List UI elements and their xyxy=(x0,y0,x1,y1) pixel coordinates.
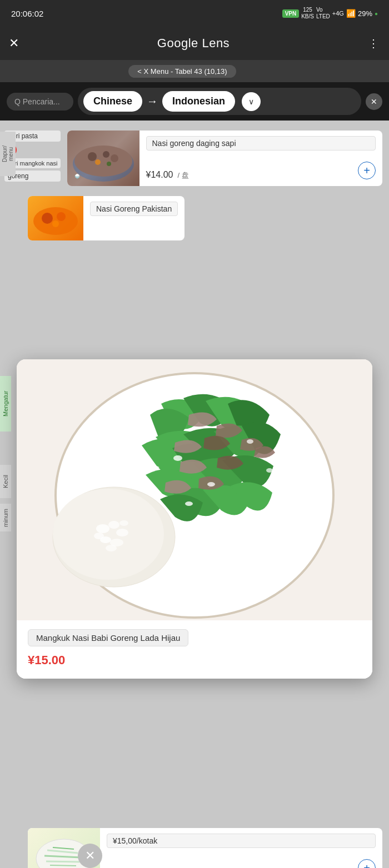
main-content: Seri pasta 1 Seri mangkok nasi goreng xyxy=(0,121,389,868)
lens-header: ✕ Google Lens ⋮ xyxy=(0,27,389,60)
svg-point-11 xyxy=(52,220,59,227)
item-info-2: Nasi Goreng Pakistan xyxy=(83,196,184,240)
status-icons: VPN 125KB/S VoLTED +4G 📶 29% ● xyxy=(282,7,378,20)
svg-point-2 xyxy=(88,152,97,161)
svg-point-18 xyxy=(116,529,128,536)
overlay-food-image xyxy=(17,359,372,620)
partial-item-row: Nasi Goreng Pakistan xyxy=(28,196,382,246)
sidebar-drink: minum xyxy=(0,504,11,531)
item-info-1: Nasi goreng daging sapi ¥14.00 / 盘 xyxy=(139,131,383,186)
svg-point-3 xyxy=(103,151,109,158)
item-name-2: Nasi Goreng Pakistan xyxy=(90,202,178,216)
svg-point-1 xyxy=(74,145,132,177)
battery: 29% xyxy=(358,9,372,18)
fried-rice-svg: 🍚 xyxy=(70,133,137,183)
item-section-1: 🍚 Nasi goreng daging sapi ¥14.00 / 盘 + xyxy=(64,126,390,196)
svg-point-25 xyxy=(247,439,253,444)
network-gen: +4G xyxy=(332,10,344,17)
svg-point-28 xyxy=(185,501,193,506)
tab-bar: < X Menu - Tabel 43 (10,13) xyxy=(0,60,389,82)
svg-line-32 xyxy=(46,861,79,862)
svg-point-4 xyxy=(111,154,118,162)
sidebar-settings[interactable]: Mengatur xyxy=(0,376,11,432)
pakistan-rice-svg xyxy=(31,199,81,238)
search-placeholder: Q Pencaria... xyxy=(14,97,60,106)
sidebar-category: Dapur/menu xyxy=(0,132,16,176)
below-overlay-section: ¥15,00/kotak + ✕ xyxy=(0,824,389,868)
svg-point-21 xyxy=(94,533,104,539)
svg-point-24 xyxy=(173,455,182,461)
circle-close-button[interactable]: ✕ xyxy=(78,844,102,868)
svg-point-6 xyxy=(107,162,111,166)
menu-item-2: Nasi Goreng Pakistan xyxy=(28,196,184,240)
menu-item-1: 🍚 Nasi goreng daging sapi ¥14.00 / 盘 + xyxy=(67,131,383,186)
overlay-item-price: ¥15.00 xyxy=(28,653,361,668)
add-button-1[interactable]: + xyxy=(358,162,376,179)
source-language[interactable]: Chinese xyxy=(83,91,142,112)
app-title: Google Lens xyxy=(157,36,230,51)
svg-point-22 xyxy=(119,520,128,526)
network-type: VoLTED xyxy=(316,7,330,20)
dropdown-button[interactable]: ∨ xyxy=(242,92,261,111)
overlay-item-name: Mangkuk Nasi Babi Goreng Lada Hijau xyxy=(28,629,188,646)
speed: 125KB/S xyxy=(301,7,314,20)
svg-point-27 xyxy=(266,468,273,473)
item-name-1: Nasi goreng daging sapi xyxy=(146,136,376,150)
signal-icon: 📶 xyxy=(346,9,356,18)
svg-point-9 xyxy=(42,213,53,224)
tab-label[interactable]: < X Menu - Tabel 43 (10,13) xyxy=(128,65,236,78)
svg-line-33 xyxy=(50,865,76,866)
svg-point-5 xyxy=(95,159,101,165)
svg-point-26 xyxy=(207,482,215,486)
item-unit-1: / 盘 xyxy=(177,170,188,180)
time: 20:06:02 xyxy=(11,9,43,18)
vpn-badge: VPN xyxy=(282,9,300,18)
more-button[interactable]: ⋮ xyxy=(368,37,380,50)
food-image-2 xyxy=(28,196,83,240)
svg-point-10 xyxy=(57,212,66,221)
search-box[interactable]: Q Pencaria... xyxy=(7,93,73,111)
pepper-dish-svg xyxy=(17,359,372,620)
sidebar-left: Dapur/menu Mengatur Kecil minum xyxy=(0,132,16,531)
item-price-1: ¥14.00 xyxy=(146,170,173,180)
clear-button[interactable]: ✕ xyxy=(366,93,382,110)
sidebar-small: Kecil xyxy=(0,465,11,498)
menu-section-1: Seri pasta 1 Seri mangkok nasi goreng xyxy=(0,126,389,196)
battery-dot: ● xyxy=(375,11,378,17)
status-bar: 20:06:02 VPN 125KB/S VoLTED +4G 📶 29% ● xyxy=(0,0,389,27)
translation-arrow: → xyxy=(147,95,158,108)
item-row-3: ¥15,00/kotak + ✕ xyxy=(28,828,382,868)
svg-point-15 xyxy=(53,489,164,580)
food-image-1: 🍚 xyxy=(67,131,139,186)
svg-point-16 xyxy=(96,524,109,533)
overlay-card: Mangkuk Nasi Babi Goreng Lada Hijau ¥15.… xyxy=(17,359,372,679)
svg-point-23 xyxy=(106,545,117,551)
target-language[interactable]: Indonesian xyxy=(162,91,235,112)
svg-text:🍚: 🍚 xyxy=(74,173,80,179)
overlay-item-info: Mangkuk Nasi Babi Goreng Lada Hijau ¥15.… xyxy=(17,620,372,679)
item-name-3: ¥15,00/kotak xyxy=(107,834,376,848)
translation-bar: Q Pencaria... Chinese → Indonesian ∨ ✕ xyxy=(0,82,389,121)
language-selector: Chinese → Indonesian ∨ xyxy=(78,88,361,115)
close-button[interactable]: ✕ xyxy=(9,36,19,51)
item-info-3: ¥15,00/kotak xyxy=(100,828,382,868)
svg-point-17 xyxy=(108,521,119,529)
